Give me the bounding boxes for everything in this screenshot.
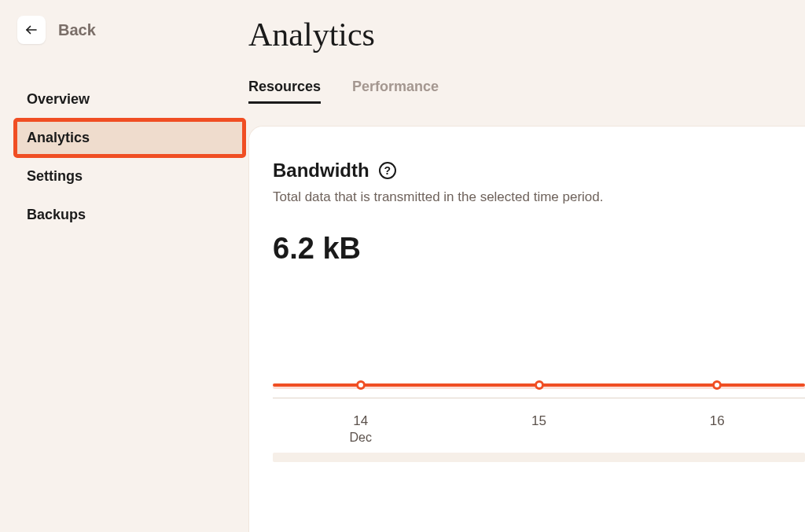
- tab-resources[interactable]: Resources: [248, 79, 321, 104]
- sidebar: Back Overview Analytics Settings Backups: [0, 0, 244, 532]
- chart-point: [356, 380, 366, 390]
- tabs: Resources Performance: [248, 79, 805, 104]
- chart-x-tick: 15: [531, 413, 546, 428]
- main: Analytics Resources Performance Bandwidt…: [244, 0, 805, 532]
- chart-bottom-bar: [273, 453, 805, 462]
- page-title: Analytics: [248, 16, 805, 53]
- chart-x-tick: 14: [353, 413, 368, 428]
- chart-point: [535, 380, 544, 390]
- chart-x-label: 15: [531, 413, 546, 429]
- card-header: Bandwidth ?: [273, 160, 805, 182]
- help-icon[interactable]: ?: [379, 162, 396, 179]
- bandwidth-card: Bandwidth ? Total data that is transmitt…: [248, 126, 805, 532]
- back-row: Back: [16, 16, 244, 44]
- sidebar-item-settings[interactable]: Settings: [16, 159, 244, 194]
- chart-x-month: Dec: [349, 431, 371, 445]
- sidebar-nav: Overview Analytics Settings Backups: [16, 82, 244, 233]
- chart-point: [712, 380, 722, 390]
- chart-x-tick: 16: [710, 413, 725, 428]
- chart-x-label: 16: [710, 413, 725, 429]
- tab-performance[interactable]: Performance: [352, 79, 439, 104]
- back-label[interactable]: Back: [58, 21, 96, 39]
- sidebar-item-backups[interactable]: Backups: [16, 197, 244, 233]
- back-button[interactable]: [17, 16, 46, 44]
- sidebar-item-overview[interactable]: Overview: [16, 82, 244, 117]
- card-title: Bandwidth: [273, 160, 369, 182]
- chart-x-label: 14 Dec: [349, 413, 371, 445]
- bandwidth-chart: 14 Dec 15 16: [273, 280, 805, 453]
- sidebar-item-analytics[interactable]: Analytics: [16, 120, 244, 156]
- arrow-left-icon: [24, 23, 39, 37]
- bandwidth-value: 6.2 kB: [273, 232, 805, 266]
- chart-axis: [273, 398, 805, 398]
- card-description: Total data that is transmitted in the se…: [273, 189, 805, 205]
